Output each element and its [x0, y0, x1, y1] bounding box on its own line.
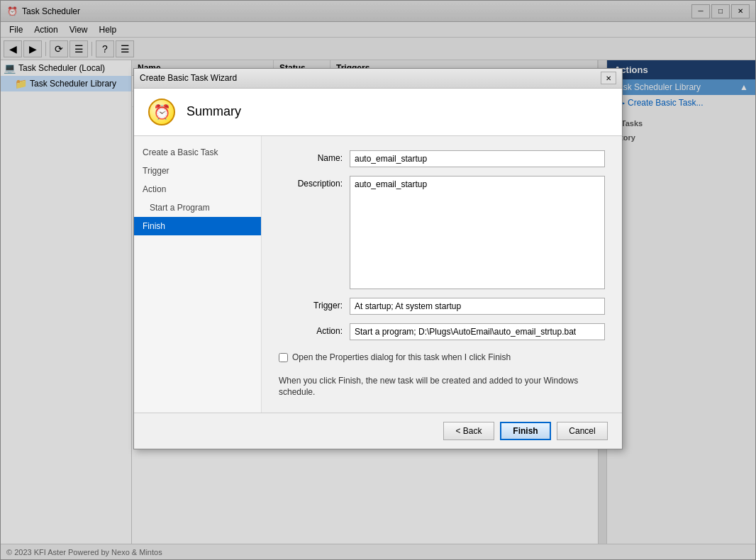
dialog-title-bar: Create Basic Task Wizard ✕	[134, 69, 622, 89]
dialog-close-button[interactable]: ✕	[601, 72, 616, 84]
description-label: Description:	[279, 176, 343, 189]
action-label: Action:	[279, 323, 343, 336]
wizard-step-3[interactable]: Start a Program	[134, 198, 261, 217]
wizard-content: Name: Description: auto_email_startup Tr…	[262, 136, 622, 413]
form-row-trigger: Trigger: At startup; At system startup	[279, 298, 605, 315]
modal-overlay: Create Basic Task Wizard ✕ ⏰ Summary Cre…	[0, 0, 756, 560]
dialog-title-text: Create Basic Task Wizard	[140, 73, 601, 83]
name-label: Name:	[279, 150, 343, 163]
wizard-clock-icon: ⏰	[148, 99, 175, 125]
wizard-footer: < Back Finish Cancel	[134, 413, 622, 449]
checkbox-label[interactable]: Open the Properties dialog for this task…	[292, 352, 511, 364]
wizard-step-0[interactable]: Create a Basic Task	[134, 143, 261, 162]
finish-button[interactable]: Finish	[500, 422, 551, 440]
back-button[interactable]: < Back	[443, 422, 494, 440]
trigger-label: Trigger:	[279, 298, 343, 310]
form-row-description: Description: auto_email_startup	[279, 176, 605, 289]
form-row-action: Action: Start a program; D:\Plugs\AutoEm…	[279, 323, 605, 340]
dialog-body: Create a Basic Task Trigger Action Start…	[134, 136, 622, 413]
wizard-step-1[interactable]: Trigger	[134, 162, 261, 180]
wizard-title: Summary	[187, 104, 241, 119]
action-value: Start a program; D:\Plugs\AutoEmail\auto…	[350, 323, 605, 340]
wizard-sidebar: Create a Basic Task Trigger Action Start…	[134, 136, 262, 413]
name-input[interactable]	[350, 150, 605, 167]
info-text: When you click Finish, the new task will…	[279, 375, 605, 399]
description-textarea[interactable]: auto_email_startup	[350, 176, 605, 289]
dialog: Create Basic Task Wizard ✕ ⏰ Summary Cre…	[133, 68, 623, 449]
checkbox-row: Open the Properties dialog for this task…	[279, 349, 605, 366]
cancel-button[interactable]: Cancel	[557, 422, 608, 440]
wizard-step-4[interactable]: Finish	[134, 217, 261, 235]
wizard-header: ⏰ Summary	[134, 89, 622, 136]
wizard-step-2[interactable]: Action	[134, 180, 261, 198]
form-row-name: Name:	[279, 150, 605, 167]
properties-checkbox[interactable]	[279, 353, 288, 362]
trigger-value: At startup; At system startup	[350, 298, 605, 315]
